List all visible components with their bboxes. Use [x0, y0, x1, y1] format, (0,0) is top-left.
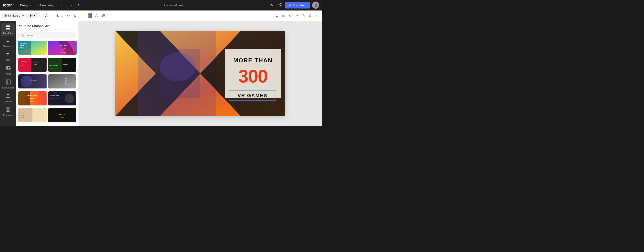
- undo-button[interactable]: ←: [59, 2, 66, 8]
- font-A-button[interactable]: A: [44, 13, 49, 18]
- templates-icon: [6, 25, 10, 31]
- svg-rect-17: [8, 28, 10, 29]
- svg-text:Crazy: Crazy: [34, 61, 37, 62]
- templates-panel: Youtube Channel Art 🔍 YOU MUST SEE THE V…: [16, 21, 79, 126]
- toolbar-right: ▦ ↻ ⇄ 🔒 ✕: [274, 13, 320, 18]
- sidebar-item-photos[interactable]: Photos: [1, 64, 15, 77]
- template-thumb[interactable]: YOU MUST SEE THE VR WORLD!: [18, 41, 47, 55]
- color-stripe-icon: [88, 13, 92, 18]
- svg-point-19: [7, 67, 8, 68]
- text-label: Text: [6, 59, 10, 61]
- document-name: Unnamed design: [84, 3, 266, 7]
- font-size-selector[interactable]: 14 ▾: [28, 13, 40, 18]
- template-thumb[interactable]: Fun with Daniel Weekly toy and game revi…: [48, 91, 76, 105]
- logo[interactable]: fotor ®: [3, 3, 14, 7]
- share-button[interactable]: [276, 2, 283, 8]
- vertical-align-button[interactable]: ▦: [280, 13, 286, 18]
- font-family-selector[interactable]: Sinkin Sans ... ▾: [2, 13, 27, 18]
- lock-button[interactable]: 🔒: [307, 13, 313, 18]
- svg-rect-56: [18, 91, 30, 105]
- layers-button[interactable]: [300, 13, 306, 18]
- svg-rect-77: [160, 49, 200, 98]
- template-thumb[interactable]: Finish! ★ ★ ★ Crazy Gamer: [18, 58, 47, 72]
- svg-rect-14: [6, 25, 8, 27]
- preview-button[interactable]: 👁: [268, 2, 275, 8]
- template-thumb[interactable]: MYSTERY STUDIO: [48, 108, 76, 122]
- svg-rect-21: [6, 80, 8, 84]
- svg-text:MYSTERY: MYSTERY: [59, 113, 66, 115]
- letter-spacing-button[interactable]: I↕: [78, 13, 83, 18]
- photos-icon: [6, 66, 10, 72]
- uploads-label: Uploads: [4, 100, 12, 103]
- template-thumb[interactable]: MORE THAN 300 VR GAMES: [48, 41, 76, 55]
- panel-header: Youtube Channel Art: [16, 21, 78, 30]
- text-color-button[interactable]: A: [94, 13, 99, 18]
- sidebar-item-elements[interactable]: ✦ Elements: [1, 37, 15, 49]
- sidebar-item-text[interactable]: T Text: [1, 50, 15, 63]
- download-label: Download: [292, 3, 306, 7]
- avatar[interactable]: 👤: [312, 1, 319, 9]
- sidebar-item-uploads[interactable]: Uploads: [1, 92, 15, 105]
- sidebar-item-extension[interactable]: Extension: [1, 105, 15, 118]
- redo-button[interactable]: →: [68, 2, 74, 8]
- extension-label: Extension: [3, 114, 13, 117]
- italic-button[interactable]: I: [61, 13, 64, 18]
- svg-rect-5: [102, 14, 103, 16]
- elements-label: Elements: [3, 45, 13, 48]
- svg-point-48: [21, 75, 33, 87]
- refresh-button[interactable]: ↻: [76, 2, 82, 8]
- bold-button[interactable]: B: [55, 13, 60, 18]
- template-thumb[interactable]: Crazy Gamer Lucas Game Techniques & Late…: [48, 58, 76, 72]
- template-thumb[interactable]: YOU MUST SEE THE VR WORLD: [48, 74, 76, 88]
- font-name-label: Sinkin Sans ...: [4, 14, 22, 17]
- search-bar[interactable]: 🔍: [18, 32, 76, 38]
- underline-button[interactable]: U: [73, 13, 78, 18]
- search-input[interactable]: [26, 33, 74, 37]
- svg-rect-22: [6, 108, 8, 109]
- svg-rect-18: [6, 67, 10, 70]
- nav-right: 👁 ⇓ Download 👤: [268, 1, 319, 9]
- svg-text:YOU: YOU: [64, 78, 66, 79]
- background-icon: [6, 79, 10, 86]
- svg-text:YOU MUST SEE: YOU MUST SEE: [20, 43, 28, 44]
- svg-point-61: [64, 94, 74, 103]
- svg-text:300: 300: [238, 66, 268, 86]
- svg-text:WANDERINWEEKEND: WANDERINWEEKEND: [20, 113, 29, 114]
- svg-point-0: [280, 3, 281, 4]
- left-sidebar: Templates ✦ Elements T Text Photos Backg…: [0, 21, 16, 126]
- aa-button[interactable]: AA: [66, 13, 72, 18]
- svg-text:MUSIC GAMES: MUSIC GAMES: [20, 118, 24, 118]
- sidebar-item-templates[interactable]: Templates: [1, 23, 15, 36]
- template-thumb[interactable]: VR GAMING: [18, 74, 47, 88]
- canvas-svg: MORE THAN 300 VR GAMES: [116, 31, 285, 116]
- horizontal-flip-button[interactable]: ⇄: [294, 13, 300, 18]
- design-menu-button[interactable]: Design ▾: [18, 3, 33, 8]
- svg-rect-8: [103, 16, 105, 17]
- sidebar-item-background[interactable]: Background: [1, 78, 15, 91]
- elements-icon: ✦: [6, 39, 10, 44]
- paint-color-button[interactable]: [87, 12, 93, 19]
- svg-rect-24: [6, 110, 8, 112]
- svg-point-1: [278, 4, 279, 5]
- svg-rect-10: [276, 14, 278, 16]
- canvas-inner[interactable]: MORE THAN 300 VR GAMES: [116, 31, 285, 116]
- separator-1: [42, 13, 42, 18]
- svg-text:VR GAMING: VR GAMING: [30, 80, 37, 81]
- rotate-icon-button[interactable]: ↻: [287, 13, 293, 18]
- template-thumb[interactable]: VIRTUAL REALITY GAMES EXPERIENCE: [18, 91, 47, 105]
- align-button[interactable]: ≡: [50, 13, 54, 18]
- svg-text:Finish!: Finish!: [21, 60, 26, 62]
- template-thumb[interactable]: WANDERINWEEKEND BOOKS FILMS MUSIC GAMES: [18, 108, 47, 122]
- svg-text:Weekly toy and game reviews: Weekly toy and game reviews: [50, 98, 61, 99]
- svg-text:MORE THAN: MORE THAN: [233, 57, 272, 64]
- opacity-button[interactable]: [100, 13, 107, 18]
- separator-2: [85, 13, 85, 18]
- svg-rect-25: [8, 110, 10, 112]
- delete-button[interactable]: ✕: [314, 13, 320, 18]
- canvas-area: MORE THAN 300 VR GAMES: [79, 21, 322, 126]
- new-design-button[interactable]: + New design: [36, 3, 57, 8]
- copy-style-button[interactable]: [274, 13, 280, 18]
- formatting-toolbar: Sinkin Sans ... ▾ 14 ▾ A ≡ B I AA U I↕ A…: [0, 10, 322, 21]
- design-chevron-icon: ▾: [30, 3, 32, 7]
- download-button[interactable]: ⇓ Download: [285, 2, 310, 8]
